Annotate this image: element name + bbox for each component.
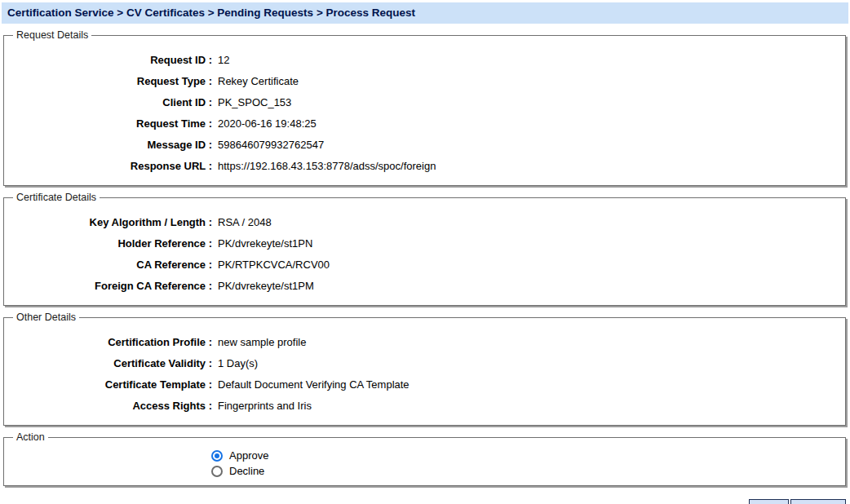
approve-radio-label[interactable]: Approve bbox=[229, 449, 268, 462]
field-value: Default Document Verifying CA Template bbox=[218, 374, 410, 396]
field-label: Request Type : bbox=[11, 71, 212, 92]
decline-radio-button[interactable] bbox=[211, 466, 223, 477]
field-row-response-url: Response URL : https://192.168.43.153:87… bbox=[11, 156, 839, 177]
field-value: Fingerprints and Iris bbox=[218, 396, 312, 417]
request-details-legend: Request Details bbox=[13, 29, 91, 41]
field-value: 598646079932762547 bbox=[218, 135, 324, 156]
approve-radio-button[interactable] bbox=[211, 450, 223, 462]
field-row-key-algorithm: Key Algorithm / Length : RSA / 2048 bbox=[11, 212, 839, 233]
field-row-request-type: Request Type : Rekey Certificate bbox=[11, 71, 839, 92]
field-row-holder-reference: Holder Reference : PK/dvrekeyte/st1PN bbox=[11, 233, 839, 254]
request-details-section: Request Details Request ID : 12 Request … bbox=[3, 29, 846, 186]
field-value: PK_SPOC_153 bbox=[218, 92, 291, 113]
field-row-access-rights: Access Rights : Fingerprints and Iris bbox=[11, 396, 839, 417]
field-label: Key Algorithm / Length : bbox=[11, 212, 212, 233]
field-value: RSA / 2048 bbox=[218, 212, 272, 233]
field-label: Request Time : bbox=[11, 113, 212, 135]
decline-radio-label[interactable]: Decline bbox=[229, 465, 264, 477]
process-request-page: Certification Service > CV Certificates … bbox=[0, 2, 850, 504]
ok-button[interactable]: OK bbox=[749, 499, 789, 504]
field-label: Response URL : bbox=[11, 156, 212, 177]
field-label: Client ID : bbox=[11, 92, 212, 113]
field-row-certification-profile: Certification Profile : new sample profi… bbox=[11, 332, 839, 353]
field-value: https://192.168.43.153:8778/adss/spoc/fo… bbox=[218, 156, 436, 177]
field-value: 1 Day(s) bbox=[218, 353, 258, 374]
field-label: Certificate Template : bbox=[11, 374, 212, 396]
field-value: Rekey Certificate bbox=[218, 71, 299, 92]
field-label: Certificate Validity : bbox=[11, 353, 212, 374]
action-legend: Action bbox=[13, 431, 48, 443]
button-row: OK Cancel bbox=[0, 499, 846, 504]
certificate-details-legend: Certificate Details bbox=[13, 192, 100, 203]
field-row-request-time: Request Time : 2020-06-16 19:48:25 bbox=[11, 113, 839, 135]
field-label: Access Rights : bbox=[11, 396, 212, 417]
field-row-foreign-ca-reference: Foreign CA Reference : PK/dvrekeyte/st1P… bbox=[11, 276, 839, 297]
decline-radio-option[interactable]: Decline bbox=[11, 463, 839, 479]
cancel-button[interactable]: Cancel bbox=[790, 499, 846, 504]
certificate-details-section: Certificate Details Key Algorithm / Leng… bbox=[3, 192, 846, 306]
field-row-ca-reference: CA Reference : PK/RTPKCVCA/RCV00 bbox=[11, 254, 839, 276]
field-value: 2020-06-16 19:48:25 bbox=[218, 113, 317, 135]
field-row-certificate-template: Certificate Template : Default Document … bbox=[11, 374, 839, 396]
field-label: Certification Profile : bbox=[11, 332, 212, 353]
action-section: Action Approve Decline bbox=[3, 431, 846, 486]
field-row-certificate-validity: Certificate Validity : 1 Day(s) bbox=[11, 353, 839, 374]
field-value: PK/RTPKCVCA/RCV00 bbox=[218, 254, 330, 276]
field-label: Request ID : bbox=[11, 50, 212, 71]
approve-radio-option[interactable]: Approve bbox=[11, 448, 839, 463]
field-value: 12 bbox=[218, 50, 229, 71]
field-value: new sample profile bbox=[218, 332, 306, 353]
breadcrumb: Certification Service > CV Certificates … bbox=[2, 2, 848, 24]
field-value: PK/dvrekeyte/st1PM bbox=[218, 276, 314, 297]
field-row-request-id: Request ID : 12 bbox=[11, 50, 839, 71]
field-row-client-id: Client ID : PK_SPOC_153 bbox=[11, 92, 839, 113]
other-details-legend: Other Details bbox=[13, 312, 79, 323]
field-row-message-id: Message ID : 598646079932762547 bbox=[11, 135, 839, 156]
field-label: Foreign CA Reference : bbox=[11, 276, 212, 297]
other-details-section: Other Details Certification Profile : ne… bbox=[3, 312, 846, 426]
field-value: PK/dvrekeyte/st1PN bbox=[218, 233, 312, 254]
field-label: CA Reference : bbox=[11, 254, 212, 276]
field-label: Holder Reference : bbox=[11, 233, 212, 254]
field-label: Message ID : bbox=[11, 135, 212, 156]
